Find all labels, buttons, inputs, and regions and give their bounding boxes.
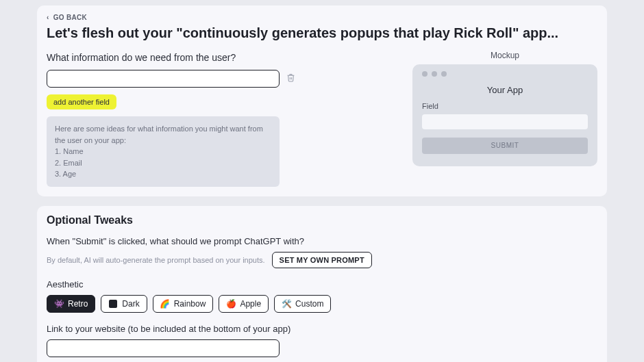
trash-icon[interactable] xyxy=(286,73,295,84)
aesthetic-label-text: Custom xyxy=(295,299,323,309)
aesthetic-options: 👾 Retro Dark 🌈 Rainbow 🍎 Apple 🛠️ Custom xyxy=(47,295,597,313)
page-title: Let's flesh out your "continuously gener… xyxy=(47,25,597,41)
custom-icon: 🛠️ xyxy=(282,299,291,309)
dark-icon xyxy=(108,299,118,309)
hint-item: 1. Name xyxy=(55,146,271,157)
mockup-input xyxy=(422,114,588,129)
add-field-button[interactable]: add another field xyxy=(47,94,116,109)
aesthetic-label-text: Apple xyxy=(240,299,261,309)
traffic-dot-icon xyxy=(422,71,428,77)
window-controls xyxy=(422,71,588,77)
apple-icon: 🍎 xyxy=(226,299,236,309)
rainbow-icon: 🌈 xyxy=(160,299,170,309)
prompt-row: By default, AI will auto-generate the pr… xyxy=(47,252,597,268)
aesthetic-label-text: Rainbow xyxy=(174,299,206,309)
mockup-window: Your App Field SUBMIT xyxy=(412,64,597,166)
link-label: Link to your website (to be included at … xyxy=(47,324,597,334)
hint-intro: Here are some ideas for what information… xyxy=(55,123,271,146)
hint-item: 2. Email xyxy=(55,157,271,169)
prompt-helper: By default, AI will auto-generate the pr… xyxy=(47,256,265,264)
tweaks-heading: Optional Tweaks xyxy=(47,214,597,227)
flesh-out-panel: ‹ GO BACK Let's flesh out your "continuo… xyxy=(37,5,607,196)
aesthetic-custom[interactable]: 🛠️ Custom xyxy=(274,295,331,313)
traffic-dot-icon xyxy=(441,71,447,77)
mockup-preview: Mockup Your App Field SUBMIT xyxy=(412,51,597,166)
mockup-heading: Mockup xyxy=(412,51,597,60)
tweaks-panel: Optional Tweaks When "Submit" is clicked… xyxy=(37,206,607,363)
aesthetic-apple[interactable]: 🍎 Apple xyxy=(219,295,269,313)
hint-item: 3. Age xyxy=(55,168,271,180)
aesthetic-retro[interactable]: 👾 Retro xyxy=(47,295,95,313)
hint-box: Here are some ideas for what information… xyxy=(47,116,280,187)
retro-icon: 👾 xyxy=(54,299,64,309)
prompt-question: When "Submit" is clicked, what should we… xyxy=(47,236,597,246)
chevron-left-icon: ‹ xyxy=(47,14,49,21)
go-back-label: GO BACK xyxy=(53,14,87,21)
mockup-app-title: Your App xyxy=(422,85,588,95)
aesthetic-label-text: Retro xyxy=(68,299,88,309)
mockup-submit: SUBMIT xyxy=(422,138,588,154)
go-back-button[interactable]: ‹ GO BACK xyxy=(47,14,597,21)
aesthetic-rainbow[interactable]: 🌈 Rainbow xyxy=(153,295,214,313)
aesthetic-label: Aesthetic xyxy=(47,279,597,289)
aesthetic-label-text: Dark xyxy=(122,299,139,309)
aesthetic-dark[interactable]: Dark xyxy=(101,295,147,313)
user-field-input[interactable] xyxy=(47,70,280,88)
website-link-input[interactable] xyxy=(47,339,280,357)
set-own-prompt-button[interactable]: SET MY OWN PROMPT xyxy=(272,252,372,268)
mockup-field-label: Field xyxy=(422,102,588,110)
traffic-dot-icon xyxy=(432,71,437,77)
